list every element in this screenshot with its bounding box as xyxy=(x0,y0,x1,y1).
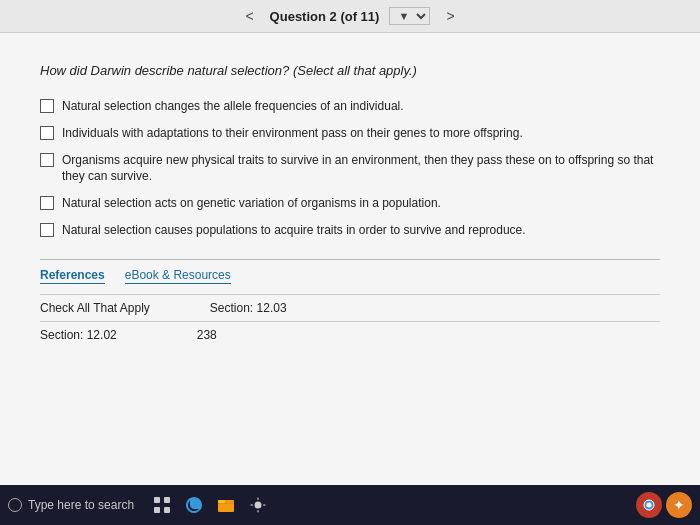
taskbar-icons xyxy=(148,491,272,519)
taskbar: Type here to search xyxy=(0,485,700,525)
main-content: How did Darwin describe natural selectio… xyxy=(0,33,700,485)
section-label: Section: 12.02 xyxy=(40,328,117,342)
svg-rect-3 xyxy=(164,507,170,513)
checkbox-4[interactable] xyxy=(40,196,54,210)
tab-references[interactable]: References xyxy=(40,268,105,284)
svg-rect-2 xyxy=(154,507,160,513)
check-all-label: Check All That Apply xyxy=(40,301,150,315)
choice-text-4: Natural selection acts on genetic variat… xyxy=(62,195,441,212)
check-all-section: Section: 12.03 xyxy=(210,301,287,315)
app-icon-orange[interactable]: ✦ xyxy=(666,492,692,518)
choice-text-2: Individuals with adaptations to their en… xyxy=(62,125,523,142)
references-section: References eBook & Resources Check All T… xyxy=(40,259,660,348)
svg-rect-5 xyxy=(218,500,225,503)
settings-icon[interactable] xyxy=(244,491,272,519)
chrome-icon[interactable] xyxy=(636,492,662,518)
prev-button[interactable]: < xyxy=(239,6,259,26)
taskview-icon[interactable] xyxy=(148,491,176,519)
section-row: Section: 12.02 238 xyxy=(40,322,660,348)
choice-text-5: Natural selection causes populations to … xyxy=(62,222,526,239)
list-item: Natural selection causes populations to … xyxy=(40,222,660,239)
references-tabs: References eBook & Resources xyxy=(40,268,660,284)
question-text: How did Darwin describe natural selectio… xyxy=(40,63,660,78)
tab-ebook[interactable]: eBook & Resources xyxy=(125,268,231,284)
svg-rect-0 xyxy=(154,497,160,503)
checkbox-1[interactable] xyxy=(40,99,54,113)
list-item: Natural selection changes the allele fre… xyxy=(40,98,660,115)
taskbar-right: ✦ xyxy=(636,492,692,518)
choice-text-3: Organisms acquire new physical traits to… xyxy=(62,152,660,186)
list-item: Organisms acquire new physical traits to… xyxy=(40,152,660,186)
question-title: Question 2 (of 11) xyxy=(270,9,380,24)
explorer-icon[interactable] xyxy=(212,491,240,519)
list-item: Individuals with adaptations to their en… xyxy=(40,125,660,142)
checkbox-3[interactable] xyxy=(40,153,54,167)
search-circle-icon xyxy=(8,498,22,512)
svg-rect-1 xyxy=(164,497,170,503)
taskbar-search-text: Type here to search xyxy=(28,498,134,512)
svg-point-7 xyxy=(647,503,652,508)
top-navigation: < Question 2 (of 11) ▼ > xyxy=(0,0,700,33)
taskbar-right-icons: ✦ xyxy=(636,492,692,518)
choices-list: Natural selection changes the allele fre… xyxy=(40,98,660,239)
checkbox-2[interactable] xyxy=(40,126,54,140)
list-item: Natural selection acts on genetic variat… xyxy=(40,195,660,212)
next-button[interactable]: > xyxy=(440,6,460,26)
choice-text-1: Natural selection changes the allele fre… xyxy=(62,98,404,115)
check-all-row: Check All That Apply Section: 12.03 xyxy=(40,294,660,322)
question-dropdown[interactable]: ▼ xyxy=(389,7,430,25)
checkbox-5[interactable] xyxy=(40,223,54,237)
taskbar-search-area[interactable]: Type here to search xyxy=(8,498,134,512)
edge-icon[interactable] xyxy=(180,491,208,519)
section-number: 238 xyxy=(197,328,217,342)
